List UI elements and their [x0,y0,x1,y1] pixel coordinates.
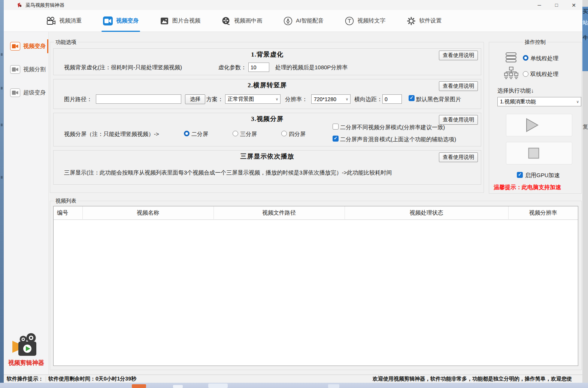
tab-label: 视频转文字 [357,17,385,24]
tab-settings[interactable]: 软件设置 [407,10,442,32]
help-button[interactable]: 查看使用说明 [439,51,478,60]
gpu-tip-text: 温馨提示：此电脑支持加速 [494,184,561,191]
section-title: 1.背景虚化 [54,50,481,59]
tab-label: AI智能配音 [296,17,324,24]
video-list-table: 编号 视频名称 视频文件路径 视频处理状态 视频分辨率 [53,206,578,366]
black-background-checkbox[interactable] [409,95,415,101]
gear-icon [407,16,416,25]
help-button[interactable]: 查看使用说明 [439,115,478,125]
desktop-edge-right: 买 站 牛 复 [582,0,588,383]
margin-label: 横向边距： [354,96,382,103]
screen: 买 站 牛 复 菜鸟视频剪辑神器 ─ □ ✕ [0,0,588,388]
select-function-label: 选择执行功能↓ [497,87,534,94]
section-title: 3.视频分屏 [54,115,481,123]
resolution-select[interactable]: 720*1280 ∨ [311,94,351,104]
column-header-file-path[interactable]: 视频文件路径 [213,206,345,219]
maximize-button[interactable]: □ [548,0,565,10]
scheme-select[interactable]: 正常背景图 ∨ [225,94,281,104]
three-screen-desc-label: 三屏显示(注：此功能会按顺序从视频列表里面每3个视频合成一个三屏显示视频，播放的… [64,169,392,176]
sidebar-item-video-split[interactable]: 视频分割 [4,63,48,76]
video-list-groupbox: 视频列表 编号 视频名称 视频文件路径 视频处理状态 视频分辨率 [50,201,582,370]
splitscreen-desc-label: 视频分屏（注：只能处理竖频视频）-> [64,131,159,138]
radio-three-split[interactable] [233,131,238,136]
edge-char: 牛 [583,34,588,41]
choose-button[interactable]: 选择 [185,94,205,104]
margin-input[interactable] [382,94,402,104]
camera-icon [10,65,20,74]
help-button[interactable]: 查看使用说明 [439,81,478,91]
column-header-number[interactable]: 编号 [54,206,82,219]
blur-param-input[interactable] [248,63,269,72]
sidebar-item-label: 视频变身 [23,43,46,50]
app-logo-icon [17,2,22,8]
tab-ai-dubbing[interactable]: AI智能配音 [284,10,324,32]
single-thread-radio[interactable] [523,55,528,61]
chevron-down-icon: ∨ [346,97,348,101]
film-reel-icon [222,16,231,25]
status-left-label: 软件操作提示： [4,376,43,382]
status-bar: 软件操作提示： 软件使用剩余时间：0天0小时1分39秒 欢迎使用视频剪辑神器，软… [4,375,582,383]
audio-mix-mode-checkbox[interactable] [333,136,339,142]
section-video-splitscreen: 3.视频分屏 查看使用说明 视频分屏（注：只能处理竖频视频）-> 二分屏 三分屏… [53,113,481,146]
app-window: 菜鸟视频剪辑神器 ─ □ ✕ 视频消重 [4,0,582,383]
different-video-mode-checkbox[interactable] [333,124,339,130]
gpu-acceleration-checkbox[interactable] [517,172,523,178]
taskbar-icon [328,384,339,388]
sidebar-item-video-transform[interactable]: 视频变身 [4,40,48,52]
gpu-acceleration-label: 启用GPU加速 [525,172,560,179]
tab-video-pip[interactable]: 视频画中画 [222,10,262,32]
radio-two-split-label: 二分屏 [191,131,208,138]
dual-thread-radio[interactable] [523,71,528,77]
blur-desc-label: 视频背景虚化(注：很耗时间-只能处理竖频视频) [64,64,182,71]
section-horizontal-to-vertical: 2.横屏转竖屏 查看使用说明 图片路径： 选择 方案： 正常背景图 ∨ 分辨率：… [53,79,481,109]
video-camera-icon [103,16,113,25]
desktop-icon-remnant [1,124,3,126]
blur-param-label: 虚化参数： [218,64,246,71]
execute-function-select[interactable]: 1.视频消重功能 ∨ [497,97,581,106]
taskbar-strip [0,383,588,388]
radio-two-split[interactable] [184,131,190,136]
status-remaining-time: 软件使用剩余时间：0天0小时1分39秒 [48,376,136,382]
tab-image-to-video[interactable]: 图片合视频 [160,10,200,32]
tab-video-dedup[interactable]: 视频消重 [46,10,82,32]
main-tab-bar: 视频消重 视频变身 图 [4,10,582,32]
tab-video-transform[interactable]: 视频变身 [103,10,139,32]
stacked-layers-icon [505,52,517,63]
play-icon [526,118,539,132]
chevron-down-icon: ∨ [576,100,579,104]
tab-label: 视频画中画 [234,17,262,24]
movie-camera-icon [46,16,56,25]
close-button[interactable]: ✕ [565,0,582,10]
image-path-input[interactable] [96,94,181,104]
status-welcome-text: 欢迎使用视频剪辑神器，软件功能非常多，功能都是独立分明的，操作简单，欢迎您使 [373,376,582,382]
help-button[interactable]: 查看使用说明 [439,152,478,162]
section-title: 2.横屏转竖屏 [54,81,481,90]
radio-four-split[interactable] [281,131,287,136]
sidebar-item-label: 超级变身 [23,89,46,96]
column-header-video-name[interactable]: 视频名称 [82,206,213,219]
main-content: 功能选项 1.背景虚化 查看使用说明 视频背景虚化(注：很耗时间-只能处理竖频视… [49,32,582,375]
desktop-icon-remnant [1,176,3,179]
section-three-screen: 三屏显示依次播放 查看使用说明 三屏显示(注：此功能会按顺序从视频列表里面每3个… [53,150,481,185]
taskbar-icon [132,384,146,388]
tab-label: 软件设置 [419,17,442,24]
column-header-resolution[interactable]: 视频分辨率 [508,206,578,219]
minimize-button[interactable]: ─ [531,0,548,10]
table-body-empty[interactable] [54,220,578,366]
microphone-icon [284,16,293,25]
stop-icon [528,148,539,159]
title-bar: 菜鸟视频剪辑神器 ─ □ ✕ [4,0,582,10]
sidebar-item-super-transform[interactable]: 超级变身 [4,87,48,99]
section-title: 三屏显示依次播放 [54,152,481,161]
camera-icon [10,42,20,51]
start-button[interactable] [506,114,572,136]
sidebar-item-label: 视频分割 [23,66,46,73]
blur-suffix-label: 处理的视频后是1080P分辨率 [275,64,348,71]
groupbox-label: 视频列表 [54,198,78,204]
window-controls: ─ □ ✕ [531,0,582,10]
sidebar: 视频变身 视频分割 [4,32,49,375]
stop-button[interactable] [506,142,572,164]
column-header-process-status[interactable]: 视频处理状态 [345,206,508,219]
tab-video-to-text[interactable]: 视频转文字 [345,10,385,32]
chevron-down-icon: ∨ [276,97,278,101]
